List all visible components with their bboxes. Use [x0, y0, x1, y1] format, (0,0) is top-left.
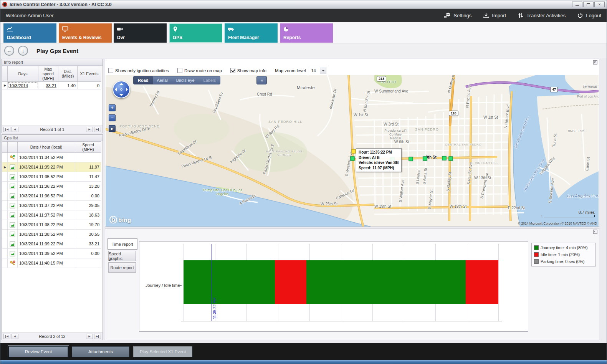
play-selected-x1-event-button[interactable]: Play Selected X1 Event [133, 346, 192, 357]
map-option-checkbox[interactable]: Show map info [230, 68, 266, 73]
pager-prev-button[interactable]: ◀ [12, 334, 18, 339]
pan-left-icon[interactable] [115, 88, 117, 91]
route-marker[interactable] [409, 157, 413, 161]
panel-maximize-icon[interactable] [593, 230, 597, 234]
days-cell[interactable]: 10/3/2014 [8, 82, 38, 89]
dashboard-icon [7, 26, 13, 33]
collapse-button[interactable]: « [257, 76, 266, 84]
map-zoom-select[interactable]: 14 [309, 67, 326, 74]
gps-row[interactable]: 10/3/2014 11:38:52 PM 30.55 [2, 230, 101, 239]
datetime-cell[interactable]: 10/3/2014 11:40:15 PM [18, 258, 75, 268]
route-marker[interactable] [351, 157, 355, 161]
datetime-cell[interactable]: 10/3/2014 11:36:52 PM [18, 191, 75, 201]
column-header-speed[interactable]: Speed (MPH) [75, 142, 101, 153]
gps-row[interactable]: ▶ 10/3/2014 11:35:22 PM 11.97 [2, 162, 101, 172]
nav-tile-reports[interactable]: Reports [280, 23, 333, 43]
map-style-tab[interactable]: Road [134, 76, 153, 84]
logout-button[interactable]: Logout [577, 12, 601, 18]
route-marker[interactable] [423, 157, 427, 161]
attachments-button[interactable]: Attachments [72, 346, 129, 357]
nav-tile-gps[interactable]: GPS [169, 23, 222, 43]
nav-label-reports: Reports [283, 35, 301, 40]
max-speed-cell[interactable]: 33.21 [38, 82, 58, 89]
import-button[interactable]: Import [483, 12, 506, 18]
review-event-button[interactable]: Review Event [9, 346, 68, 357]
datetime-cell[interactable]: 10/3/2014 11:39:22 PM [18, 239, 75, 249]
gps-row[interactable]: 10/3/2014 11:35:52 PM 11.47 [2, 172, 101, 182]
pan-down-icon[interactable] [119, 94, 123, 96]
checkbox-label: Show map info [237, 68, 266, 73]
close-button[interactable]: × [594, 2, 605, 7]
tab-time-report[interactable]: Time report [108, 238, 137, 250]
nav-tile-dvr[interactable]: Dvr [114, 23, 167, 43]
zoom-out-button[interactable]: − [109, 114, 116, 121]
gps-row[interactable]: 10/3/2014 11:37:52 PM 18.63 [2, 210, 101, 220]
pan-up-icon[interactable] [119, 83, 123, 85]
map-option-checkbox[interactable]: Show only ignition activities [108, 68, 169, 73]
nav-tile-fleet-manager[interactable]: Fleet Manager [225, 23, 278, 43]
datetime-cell[interactable]: 10/3/2014 11:38:22 PM [18, 220, 75, 230]
map-style-tab[interactable]: Labels [199, 76, 220, 84]
checkbox-box[interactable] [108, 68, 113, 73]
column-header-datetime[interactable]: Date / hour (local) [18, 142, 75, 153]
back-button[interactable]: ← [4, 46, 14, 56]
nav-tile-dashboard[interactable]: Dashboard [3, 23, 56, 43]
map-option-checkbox[interactable]: Draw route on map [177, 68, 222, 73]
map-style-tab[interactable]: Aerial [153, 76, 172, 84]
row-selector [2, 249, 8, 258]
pager-next-button[interactable]: ▶ [86, 334, 93, 339]
pager-last-button[interactable]: ▶ [94, 127, 101, 132]
route-marker[interactable] [449, 157, 453, 161]
row-icon-cell [8, 239, 18, 249]
compass-control[interactable] [112, 81, 130, 98]
column-header-days[interactable]: Days [8, 66, 38, 82]
gps-row[interactable]: 10/3/2014 11:39:52 PM 0.00 [2, 249, 101, 258]
checkbox-box[interactable] [177, 68, 182, 73]
route-marker[interactable] [442, 156, 447, 160]
map-canvas[interactable]: Miraleste Peck Park W Summerland Ave Cre… [106, 75, 599, 227]
datetime-cell[interactable]: 10/3/2014 11:39:52 PM [18, 249, 75, 258]
download-event-button[interactable]: ↓ [18, 46, 28, 56]
map-style-tab[interactable]: Bird's eye [172, 76, 199, 84]
datetime-cell[interactable]: 10/3/2014 11:37:52 PM [18, 210, 75, 220]
tab-speed-graphic[interactable]: Speed graphic [108, 251, 136, 261]
minimize-button[interactable] [572, 2, 582, 7]
settings-button[interactable]: Settings [444, 12, 471, 18]
cursor-line[interactable] [212, 244, 212, 321]
info-report-row[interactable]: ▶ 10/3/2014 33.21 1.40 0 [2, 82, 101, 89]
datetime-cell[interactable]: 10/3/2014 11:37:22 PM [18, 201, 75, 210]
pager-last-button[interactable]: ▶ [94, 334, 101, 339]
maximize-button[interactable] [583, 2, 594, 7]
gps-row[interactable]: 10/3/2014 11:37:22 PM 29.05 [2, 201, 101, 210]
tab-route-report[interactable]: Route report [108, 262, 136, 273]
datetime-cell[interactable]: 10/3/2014 11:35:52 PM [18, 172, 75, 182]
route-marker[interactable] [352, 149, 356, 154]
gps-row[interactable]: 10/3/2014 11:36:52 PM 0.00 [2, 191, 101, 201]
column-header-dist[interactable]: Dist. (Miles) [58, 66, 78, 82]
expand-side-button[interactable]: ▸ [109, 125, 116, 132]
pager-prev-button[interactable]: ◀ [12, 127, 18, 132]
zoom-in-button[interactable]: + [109, 104, 116, 111]
pager-first-button[interactable]: ◀ [3, 127, 10, 132]
page-title: Play Gps Event [36, 48, 78, 54]
gps-row[interactable]: 10/3/2014 11:39:22 PM 33.21 [2, 239, 101, 249]
nav-tile-events-reviews[interactable]: Events & Reviews [59, 23, 112, 43]
transfer-activities-button[interactable]: Transfer Activities [518, 12, 566, 18]
column-header-max-speed[interactable]: Max speed (MPH) [38, 66, 58, 82]
pager-next-button[interactable]: ▶ [86, 127, 93, 132]
gps-row[interactable]: 10/3/2014 11:38:22 PM 19.70 [2, 220, 101, 230]
column-header-x1-events[interactable]: X1 Events [78, 66, 101, 82]
datetime-cell[interactable]: 10/3/2014 11:35:22 PM [18, 162, 75, 172]
checkbox-box[interactable] [230, 68, 235, 73]
datetime-cell[interactable]: 10/3/2014 11:38:52 PM [18, 230, 75, 239]
panel-maximize-icon[interactable] [593, 60, 597, 65]
compass-center[interactable] [120, 88, 122, 91]
datetime-cell[interactable]: 10/3/2014 11:34:52 PM [18, 153, 75, 162]
gps-row[interactable]: 10/3/2014 11:40:15 PM [2, 258, 101, 268]
datetime-cell[interactable]: 10/3/2014 11:36:22 PM [18, 182, 75, 191]
gps-row[interactable]: 10/3/2014 11:36:22 PM 13.28 [2, 182, 101, 191]
pan-right-icon[interactable] [126, 88, 128, 91]
gps-row[interactable]: 10/3/2014 11:34:52 PM [2, 153, 101, 162]
chevron-down-icon[interactable] [320, 67, 326, 74]
pager-first-button[interactable]: ◀ [3, 334, 10, 339]
